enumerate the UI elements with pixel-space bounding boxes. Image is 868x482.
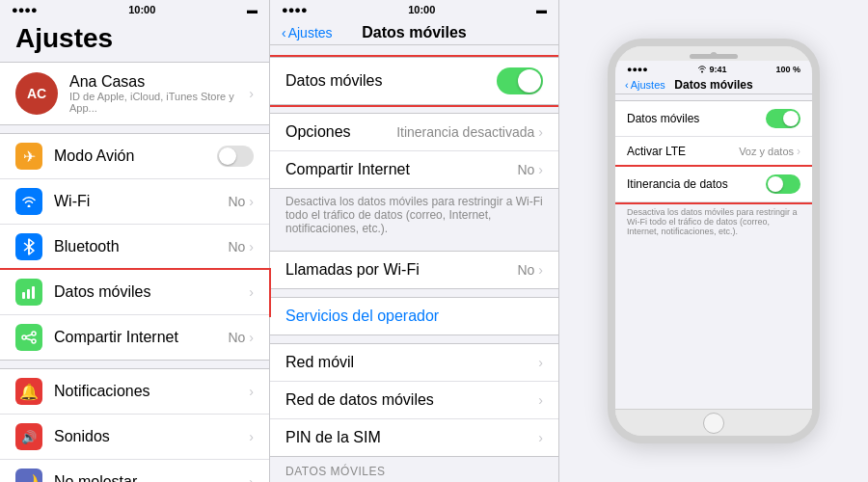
opciones-value: Itinerancia desactivada <box>396 124 534 140</box>
chevron-icon: › <box>249 474 254 482</box>
chevron-icon: › <box>249 239 254 254</box>
operador-row[interactable]: Servicios del operador <box>270 297 558 335</box>
iphone-description: Desactiva los datos móviles para restrin… <box>615 203 812 242</box>
row-compartir[interactable]: Compartir Internet No › <box>0 315 269 360</box>
settings-group-2: 🔔 Notificaciones › 🔊 Sonidos › 🌙 No mole… <box>0 368 269 482</box>
settings-group-opciones: Opciones Itinerancia desactivada › Compa… <box>270 113 558 189</box>
molestar-label: No molestar <box>54 473 249 482</box>
battery-icon: ▬ <box>247 4 258 15</box>
iphone-back-btn[interactable]: ‹ Ajustes <box>625 79 665 91</box>
account-sub: ID de Apple, iCloud, iTunes Store y App.… <box>69 91 237 114</box>
llamadas-group: Llamadas por Wi-Fi No › <box>270 251 558 289</box>
status-bar-2: ●●●● 10:00 ▬ <box>270 0 558 19</box>
compartir-label: Compartir Internet <box>285 161 517 178</box>
chevron-icon: › <box>538 392 543 408</box>
iphone-home-button[interactable] <box>703 413 724 434</box>
iphone-battery: 100 % <box>775 65 800 74</box>
signal-icon: ●●●● <box>282 4 308 15</box>
back-chevron-icon: ‹ <box>282 25 286 40</box>
iphone-lte-chevron: › <box>797 145 800 158</box>
row-compartir-internet[interactable]: Compartir Internet No › <box>270 151 558 188</box>
row-notificaciones[interactable]: 🔔 Notificaciones › <box>0 369 269 415</box>
notif-icon: 🔔 <box>15 378 42 405</box>
pin-sim-label: PIN de la SIM <box>285 429 538 446</box>
chevron-icon: › <box>538 262 543 278</box>
chevron-icon: › <box>249 429 254 444</box>
red-datos-label: Red de datos móviles <box>285 391 538 409</box>
iphone-back-label: Ajustes <box>631 79 665 91</box>
wifi-icon <box>15 188 42 215</box>
back-label: Ajustes <box>288 25 333 40</box>
bluetooth-icon <box>15 233 42 260</box>
iphone-row-itinerancia[interactable]: Itinerancia de datos <box>615 167 812 202</box>
red-group: Red móvil › Red de datos móviles › PIN d… <box>270 343 558 457</box>
molestar-icon: 🌙 <box>15 469 42 482</box>
row-molestar[interactable]: 🌙 No molestar › <box>0 460 269 482</box>
bluetooth-value: No <box>228 239 245 254</box>
row-datos[interactable]: Datos móviles › <box>0 270 269 315</box>
opciones-label: Opciones <box>285 123 396 141</box>
notif-label: Notificaciones <box>54 383 249 400</box>
row-opciones[interactable]: Opciones Itinerancia desactivada › <box>270 114 558 151</box>
row-pin-sim[interactable]: PIN de la SIM › <box>270 419 558 456</box>
svg-point-8 <box>32 339 36 343</box>
chevron-icon: › <box>249 194 254 209</box>
iphone-datos-toggle[interactable] <box>766 109 800 128</box>
sonidos-icon: 🔊 <box>15 423 42 450</box>
panel-iphone: ●●●● 9:41 100 % ‹ Ajustes Datos móviles <box>559 0 868 482</box>
row-bluetooth[interactable]: Bluetooth No › <box>0 225 269 270</box>
datos-label: Datos móviles <box>54 283 249 301</box>
chevron-icon: › <box>249 86 254 101</box>
time-display: 10:00 <box>128 4 155 15</box>
row-avion[interactable]: ✈ Modo Avión <box>0 134 269 179</box>
time-display: 10:00 <box>408 4 435 15</box>
account-row[interactable]: AC Ana Casas ID de Apple, iCloud, iTunes… <box>0 62 269 125</box>
bluetooth-label: Bluetooth <box>54 238 228 255</box>
compartir-icon <box>15 324 42 351</box>
back-button[interactable]: ‹ Ajustes <box>282 25 333 40</box>
compartir-value: No <box>517 162 534 177</box>
chevron-icon: › <box>538 430 543 445</box>
red-movil-label: Red móvil <box>285 354 538 371</box>
iphone-itinerancia-label: Itinerancia de datos <box>627 177 766 191</box>
operador-label[interactable]: Servicios del operador <box>285 308 439 324</box>
row-red-datos[interactable]: Red de datos móviles › <box>270 382 558 419</box>
iphone-wifi-icon <box>697 66 707 73</box>
signal-icon: ●●●● <box>12 4 38 15</box>
svg-point-7 <box>32 332 36 335</box>
datos-moviles-toggle[interactable] <box>497 67 543 94</box>
datos-moviles-row[interactable]: Datos móviles <box>270 57 558 105</box>
iphone-row-datos[interactable]: Datos móviles <box>615 101 812 137</box>
row-red-movil[interactable]: Red móvil › <box>270 344 558 382</box>
iphone-row-lte[interactable]: Activar LTE Voz y datos › <box>615 137 812 167</box>
svg-line-10 <box>26 338 32 340</box>
avion-toggle[interactable] <box>217 146 254 167</box>
iphone-camera <box>711 52 718 59</box>
row-sonidos[interactable]: 🔊 Sonidos › <box>0 415 269 460</box>
nav-bar-2: ‹ Ajustes Datos móviles <box>270 19 558 45</box>
svg-rect-5 <box>32 286 35 299</box>
iphone-itinerancia-toggle[interactable] <box>766 174 800 194</box>
panel2-content: Datos móviles Opciones Itinerancia desac… <box>270 45 558 482</box>
svg-rect-4 <box>27 289 30 299</box>
section-header-datos: DATOS MÓVILES <box>270 457 558 482</box>
iphone-lte-label: Activar LTE <box>627 145 739 158</box>
settings-group-1: ✈ Modo Avión Wi-Fi No › <box>0 133 269 361</box>
svg-rect-3 <box>22 292 25 299</box>
iphone-lte-value: Voz y datos <box>739 146 794 157</box>
iphone-back-chevron: ‹ <box>625 79 629 91</box>
chevron-icon: › <box>249 384 254 399</box>
ajustes-title: Ajustes <box>0 19 269 62</box>
datos-icon <box>15 279 42 306</box>
iphone-time: 9:41 <box>710 65 727 74</box>
iphone-signal: ●●●● <box>627 65 648 74</box>
row-llamadas[interactable]: Llamadas por Wi-Fi No › <box>270 252 558 288</box>
svg-point-6 <box>22 335 26 339</box>
iphone-datos-label: Datos móviles <box>627 112 766 125</box>
chevron-icon: › <box>538 162 543 177</box>
status-bar-1: ●●●● 10:00 ▬ <box>0 0 269 19</box>
battery-icon: ▬ <box>536 4 547 15</box>
account-name: Ana Casas <box>69 73 237 91</box>
llamadas-value: No <box>517 262 534 278</box>
row-wifi[interactable]: Wi-Fi No › <box>0 179 269 225</box>
